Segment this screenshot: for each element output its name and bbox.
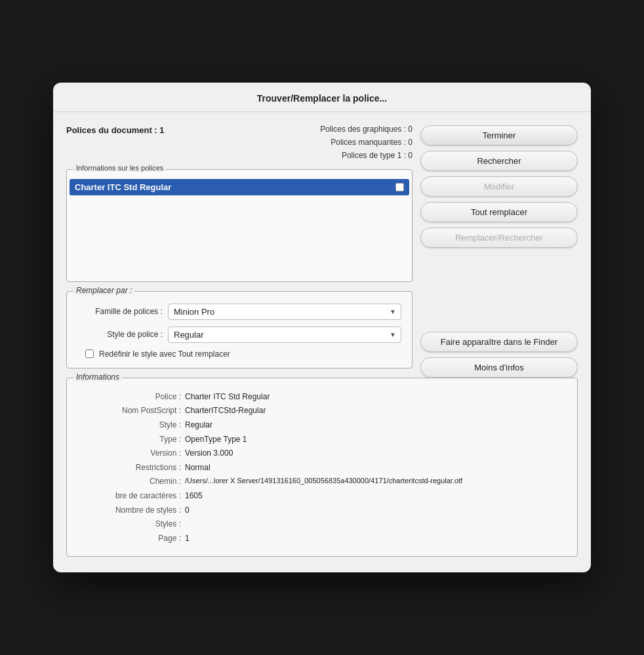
font-list-box: Informations sur les polices Charter ITC… [66, 169, 413, 282]
info-row-version: Version : Version 3.000 [80, 447, 564, 461]
info-row-nb-caracteres: bre de caractères : 1605 [80, 489, 564, 504]
info-section-label: Informations [73, 372, 122, 382]
style-select-wrapper: Regular ▼ [168, 327, 401, 343]
dialog-title: Trouver/Remplacer la police... [53, 83, 591, 112]
remplacer-rechercher-button[interactable]: Remplacer/Rechercher [420, 228, 578, 248]
info-row-page: Page : 1 [80, 532, 564, 546]
moins-infos-button[interactable]: Moins d'infos [420, 357, 578, 378]
redefine-row: Redéfinir le style avec Tout remplacer [77, 349, 401, 359]
dialog: Trouver/Remplacer la police... Polices d… [53, 83, 591, 573]
terminer-button[interactable]: Terminer [420, 125, 578, 146]
famille-label: Famille de polices : [77, 307, 163, 316]
info-row-type: Type : OpenType Type 1 [80, 433, 564, 447]
doc-polices-count: Polices du document : 1 [66, 123, 165, 135]
info-table: Police : Charter ITC Std Regular Nom Pos… [80, 390, 564, 546]
font-checkbox[interactable] [395, 183, 404, 191]
info-row-chemin: Chemin : /Users/...lorer X Server/149131… [80, 475, 564, 489]
redefine-label: Redéfinir le style avec Tout remplacer [99, 349, 230, 359]
info-row-postscript: Nom PostScript : CharterITCStd-Regular [80, 404, 564, 418]
info-row-restrictions: Restrictions : Normal [80, 461, 564, 475]
info-row-style: Style : Regular [80, 418, 564, 433]
font-name: Charter ITC Std Regular [75, 182, 171, 192]
tout-remplacer-button[interactable]: Tout remplacer [420, 202, 578, 222]
redefine-checkbox[interactable] [85, 349, 94, 358]
info-row-styles: Styles : [80, 517, 564, 532]
style-row: Style de police : Regular ▼ [77, 327, 401, 343]
style-label: Style de police : [77, 330, 163, 339]
replace-section: Remplacer par : Famille de polices : Min… [66, 291, 413, 368]
replace-label: Remplacer par : [73, 286, 134, 295]
famille-row: Famille de polices : Minion Pro ▼ [77, 304, 401, 320]
famille-select[interactable]: Minion Pro [168, 304, 401, 320]
info-row-nb-styles: Nombre de styles : 0 [80, 504, 564, 518]
famille-select-wrapper: Minion Pro ▼ [168, 304, 401, 320]
stats-right: Polices des graphiques : 0 Polices manqu… [320, 123, 413, 163]
style-select[interactable]: Regular [168, 327, 401, 343]
info-row-police: Police : Charter ITC Std Regular [80, 390, 564, 405]
modifier-button[interactable]: Modifier [420, 176, 578, 197]
font-list-label: Informations sur les polices [73, 164, 166, 172]
info-section: Informations Police : Charter ITC Std Re… [66, 378, 578, 557]
left-panel: Polices du document : 1 Polices des grap… [66, 123, 413, 378]
font-list: Charter ITC Std Regular [67, 176, 412, 281]
faire-apparaitre-button[interactable]: Faire apparaître dans le Finder [420, 332, 578, 352]
font-list-item[interactable]: Charter ITC Std Regular [70, 179, 409, 195]
right-panel: Terminer Rechercher Modifier Tout rempla… [420, 123, 578, 378]
rechercher-button[interactable]: Rechercher [420, 151, 578, 171]
